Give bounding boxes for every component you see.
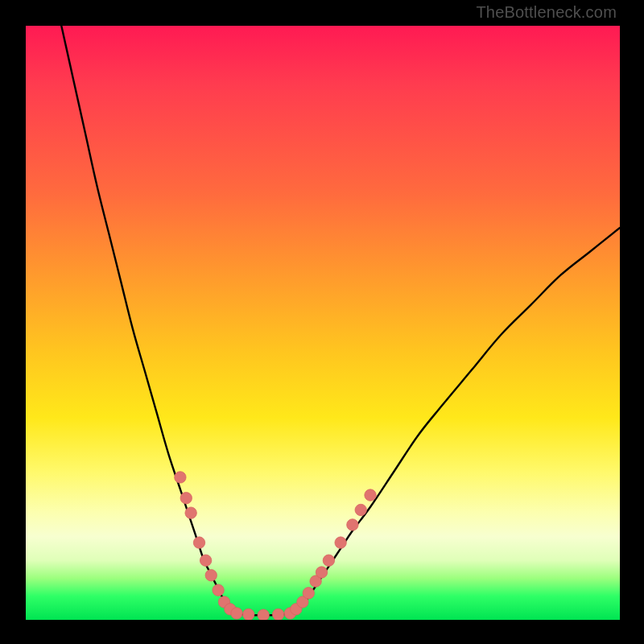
curve-marker [355,504,366,515]
curve-marker [205,569,217,580]
plot-area [26,26,620,620]
curve-marker [335,537,346,548]
curve-marker [272,609,283,620]
bottleneck-curve [61,26,620,615]
watermark-text: TheBottleneck.com [476,3,617,22]
chart-frame: TheBottleneck.com [0,0,644,644]
curve-marker [175,472,186,483]
curve-marker [316,567,327,578]
curve-marker [185,507,196,518]
curve-marker [231,608,242,619]
curve-marker [180,493,192,504]
curve-marker [200,555,211,566]
curve-marker [193,537,204,548]
curve-marker [213,584,224,596]
curve-markers [175,472,377,620]
curve-marker [303,588,314,599]
curve-marker [365,489,376,501]
curve-marker [323,555,334,566]
curve-marker [243,609,254,620]
curve-marker [347,519,358,530]
curve-marker [258,609,269,620]
chart-svg [26,26,620,620]
